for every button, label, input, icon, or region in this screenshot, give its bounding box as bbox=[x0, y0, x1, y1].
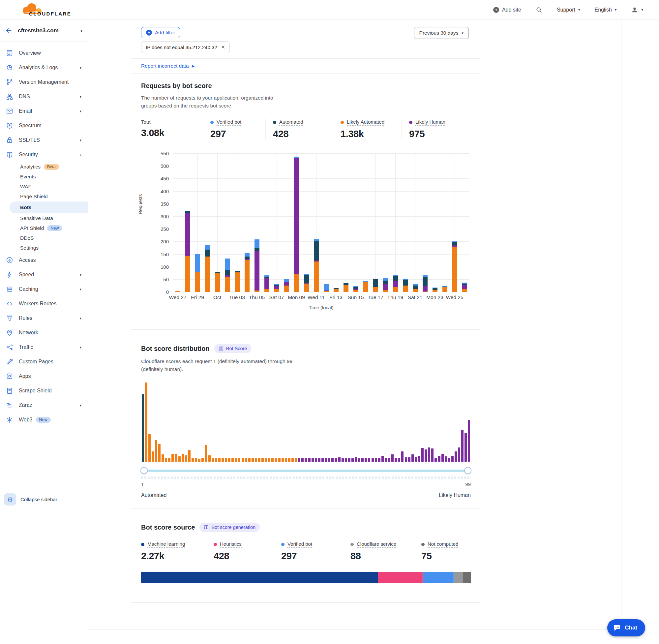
chart-bar-sep-27[interactable] bbox=[175, 291, 180, 292]
source-segment-machine-learning[interactable] bbox=[141, 572, 378, 583]
score-bar-39[interactable] bbox=[268, 458, 270, 462]
sidebar-item-waf[interactable]: WAF bbox=[0, 182, 88, 191]
chart-bar-oct-16[interactable] bbox=[363, 281, 368, 292]
score-bar-81[interactable] bbox=[408, 457, 410, 462]
sidebar-item-analytics-logs[interactable]: Analytics & Logs▾ bbox=[0, 60, 88, 75]
score-bar-8[interactable] bbox=[165, 458, 167, 462]
collapse-sidebar-button[interactable]: Collapse sidebar bbox=[20, 497, 57, 502]
chart-bar-oct-13[interactable] bbox=[334, 288, 338, 292]
sidebar-item-web3[interactable]: Web3New bbox=[0, 413, 88, 427]
score-bar-98[interactable] bbox=[465, 433, 467, 462]
score-bar-38[interactable] bbox=[265, 458, 267, 462]
score-bar-66[interactable] bbox=[358, 458, 360, 462]
chart-bar-oct-07[interactable] bbox=[274, 284, 279, 292]
account-menu[interactable]: ▾ bbox=[631, 6, 643, 14]
score-bar-15[interactable] bbox=[188, 450, 191, 462]
score-bar-46[interactable] bbox=[291, 458, 294, 462]
chart-bar-oct-05[interactable] bbox=[255, 239, 259, 292]
sidebar-item-workers-routes[interactable]: Workers Routes bbox=[0, 296, 88, 311]
score-bar-43[interactable] bbox=[282, 458, 284, 462]
support-menu[interactable]: Support ▾ bbox=[557, 7, 580, 13]
chart-bar-oct-22[interactable] bbox=[423, 275, 428, 292]
score-bar-14[interactable] bbox=[185, 455, 187, 462]
score-bar-33[interactable] bbox=[248, 458, 251, 462]
bot-score-badge[interactable]: Bot Score bbox=[214, 344, 252, 353]
score-bar-4[interactable] bbox=[151, 452, 154, 462]
score-bar-77[interactable] bbox=[395, 458, 397, 462]
chart-bar-oct-21[interactable] bbox=[413, 284, 418, 292]
score-bar-19[interactable] bbox=[202, 458, 204, 462]
score-bar-72[interactable] bbox=[378, 458, 380, 462]
settings-gear-button[interactable]: ⚙ bbox=[4, 493, 16, 506]
score-bar-40[interactable] bbox=[271, 458, 274, 462]
sidebar-item-ssl-tls[interactable]: SSL/TLS▾ bbox=[0, 133, 88, 147]
score-bar-18[interactable] bbox=[198, 459, 201, 462]
sidebar-item-access[interactable]: Access bbox=[0, 253, 88, 268]
score-bar-35[interactable] bbox=[255, 458, 257, 462]
chart-bar-oct-02[interactable] bbox=[225, 258, 230, 292]
sidebar-item-scrape-shield[interactable]: Scrape Shield bbox=[0, 384, 88, 398]
chart-bar-sep-29[interactable] bbox=[195, 254, 200, 292]
score-bar-22[interactable] bbox=[212, 458, 214, 462]
score-bar-37[interactable] bbox=[261, 458, 264, 462]
sidebar-item-rules[interactable]: Rules▾ bbox=[0, 311, 88, 325]
date-range-dropdown[interactable]: Previous 30 days ▾ bbox=[414, 27, 469, 39]
score-bar-56[interactable] bbox=[325, 458, 327, 462]
sidebar-item-speed[interactable]: Speed▾ bbox=[0, 268, 88, 282]
score-bar-28[interactable] bbox=[231, 458, 234, 462]
score-bar-5[interactable] bbox=[155, 440, 157, 462]
score-bar-57[interactable] bbox=[328, 458, 330, 462]
score-bar-2[interactable] bbox=[145, 383, 147, 462]
sidebar-item-bots[interactable]: Bots bbox=[9, 202, 88, 213]
score-bar-20[interactable] bbox=[205, 445, 207, 462]
score-bar-86[interactable] bbox=[425, 450, 427, 462]
sidebar-item-api-shield[interactable]: API ShieldNew bbox=[0, 223, 88, 233]
score-bar-13[interactable] bbox=[182, 454, 184, 462]
score-bar-61[interactable] bbox=[342, 458, 344, 462]
chart-bar-oct-03[interactable] bbox=[235, 271, 240, 292]
score-bar-49[interactable] bbox=[301, 458, 304, 462]
chat-button[interactable]: Chat bbox=[607, 619, 645, 637]
score-bar-24[interactable] bbox=[218, 458, 220, 462]
score-bar-42[interactable] bbox=[278, 458, 281, 462]
chart-bar-sep-30[interactable] bbox=[205, 245, 210, 292]
chart-bar-oct-15[interactable] bbox=[353, 286, 358, 292]
score-bar-23[interactable] bbox=[215, 458, 217, 462]
sidebar-item-traffic[interactable]: Traffic▾ bbox=[0, 340, 88, 354]
score-bar-48[interactable] bbox=[298, 458, 300, 462]
slider-track[interactable] bbox=[141, 469, 471, 472]
score-bar-80[interactable] bbox=[405, 457, 407, 462]
source-segment-cloudflare-service[interactable] bbox=[454, 572, 463, 583]
score-bar-71[interactable] bbox=[375, 458, 377, 462]
score-bar-45[interactable] bbox=[288, 458, 290, 462]
score-bar-55[interactable] bbox=[322, 458, 324, 462]
chart-bar-oct-01[interactable] bbox=[215, 272, 220, 292]
score-bar-65[interactable] bbox=[355, 457, 357, 462]
score-bar-47[interactable] bbox=[295, 458, 297, 462]
sidebar-item-events[interactable]: Events bbox=[0, 172, 88, 182]
chart-bar-sep-28[interactable] bbox=[185, 211, 190, 292]
score-bar-6[interactable] bbox=[158, 444, 161, 462]
score-bar-50[interactable] bbox=[305, 458, 307, 462]
add-filter-button[interactable]: + Add filter bbox=[141, 27, 180, 38]
sidebar-item-dns[interactable]: DNS▾ bbox=[0, 89, 88, 104]
sidebar-item-settings[interactable]: Settings bbox=[0, 243, 88, 253]
score-bar-16[interactable] bbox=[191, 458, 194, 462]
sidebar-item-ddos[interactable]: DDoS bbox=[0, 233, 88, 243]
score-bar-34[interactable] bbox=[252, 458, 254, 462]
score-bar-54[interactable] bbox=[318, 458, 321, 462]
chart-bar-oct-17[interactable] bbox=[373, 279, 378, 292]
score-bar-27[interactable] bbox=[228, 458, 231, 462]
score-bar-59[interactable] bbox=[335, 458, 337, 462]
sidebar-item-overview[interactable]: Overview bbox=[0, 46, 88, 60]
search-button[interactable] bbox=[536, 6, 542, 13]
score-bar-84[interactable] bbox=[418, 456, 420, 462]
chart-bar-oct-19[interactable] bbox=[393, 275, 398, 292]
chart-bar-oct-04[interactable] bbox=[244, 253, 250, 292]
score-bar-32[interactable] bbox=[245, 458, 247, 462]
score-bar-73[interactable] bbox=[381, 456, 384, 462]
chart-bar-oct-20[interactable] bbox=[403, 279, 408, 292]
score-bar-91[interactable] bbox=[442, 454, 444, 462]
score-bar-70[interactable] bbox=[372, 458, 374, 462]
score-bar-60[interactable] bbox=[338, 457, 340, 462]
